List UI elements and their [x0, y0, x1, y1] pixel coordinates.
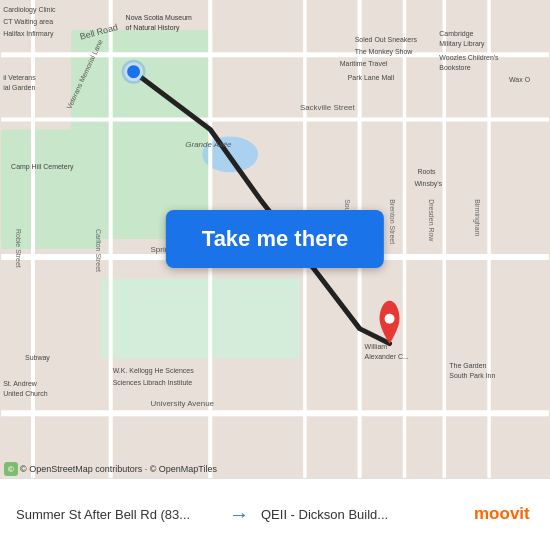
svg-text:Military Library: Military Library	[439, 40, 485, 48]
svg-text:ial Garden: ial Garden	[3, 84, 35, 91]
svg-text:Soled Out Sneakers: Soled Out Sneakers	[355, 36, 418, 43]
take-me-there-button[interactable]: Take me there	[166, 210, 384, 268]
svg-text:Subway: Subway	[25, 354, 50, 362]
svg-text:moovit: moovit	[474, 504, 530, 523]
svg-text:United Church: United Church	[3, 390, 48, 397]
svg-text:Wax O: Wax O	[509, 76, 531, 83]
map-container: Bell Road Sackville Street Spring Garden…	[0, 0, 550, 478]
svg-text:Grande Allée: Grande Allée	[185, 140, 232, 149]
svg-text:Cardiology Clinic: Cardiology Clinic	[3, 6, 56, 14]
svg-text:St. Andrew: St. Andrew	[3, 380, 38, 387]
svg-text:W.K. Kellogg He Sciences: W.K. Kellogg He Sciences	[113, 367, 194, 375]
svg-point-60	[122, 60, 146, 84]
svg-text:Maritime Travel: Maritime Travel	[340, 60, 388, 67]
svg-text:Birmingham: Birmingham	[473, 199, 481, 236]
svg-text:Winsby's: Winsby's	[414, 180, 442, 188]
svg-text:CT Waiting area: CT Waiting area	[3, 18, 53, 26]
svg-text:of Natural History: of Natural History	[126, 24, 180, 32]
svg-rect-4	[101, 279, 300, 359]
svg-text:The Garden: The Garden	[449, 362, 486, 369]
footer: Summer St After Bell Rd (83... → QEII - …	[0, 478, 550, 550]
footer-arrow-icon: →	[229, 503, 249, 526]
footer-origin-section: Summer St After Bell Rd (83...	[16, 507, 217, 522]
svg-text:Sackville Street: Sackville Street	[300, 103, 356, 112]
app: Bell Road Sackville Street Spring Garden…	[0, 0, 550, 550]
attribution-text: © OpenStreetMap contributors · © OpenMap…	[20, 464, 217, 474]
svg-text:Halifax Infirmary: Halifax Infirmary	[3, 30, 54, 38]
svg-text:Robie Street: Robie Street	[15, 229, 22, 268]
svg-text:Nova Scotia Museum: Nova Scotia Museum	[126, 14, 192, 21]
svg-text:Dresden Row: Dresden Row	[428, 199, 435, 242]
svg-text:Brenton Street: Brenton Street	[389, 199, 396, 244]
svg-text:University Avenue: University Avenue	[151, 399, 215, 408]
svg-text:Sciences Librach Institute: Sciences Librach Institute	[113, 379, 193, 386]
svg-text:The Monkey Show: The Monkey Show	[355, 48, 414, 56]
svg-text:Woozles Children's: Woozles Children's	[439, 54, 499, 61]
svg-text:il Veterans: il Veterans	[3, 74, 36, 81]
svg-text:Alexander C...: Alexander C...	[365, 353, 409, 360]
svg-text:Park Lane Mall: Park Lane Mall	[348, 74, 395, 81]
svg-point-61	[385, 314, 395, 324]
svg-text:Carlton Street: Carlton Street	[95, 229, 102, 272]
footer-destination-label: QEII - Dickson Build...	[261, 507, 462, 522]
svg-text:Cambridge: Cambridge	[439, 30, 473, 38]
svg-text:Camp Hill Cemetery: Camp Hill Cemetery	[11, 163, 74, 171]
footer-origin-label: Summer St After Bell Rd (83...	[16, 507, 217, 522]
map-attribution: © © OpenStreetMap contributors · © OpenM…	[4, 462, 217, 476]
svg-text:South Park Inn: South Park Inn	[449, 372, 495, 379]
svg-text:William: William	[365, 343, 388, 350]
footer-destination-section: QEII - Dickson Build...	[261, 507, 462, 522]
svg-text:Roots: Roots	[417, 168, 436, 175]
moovit-logo: moovit	[474, 501, 534, 528]
svg-text:Bookstore: Bookstore	[439, 64, 471, 71]
osm-logo-icon: ©	[4, 462, 18, 476]
